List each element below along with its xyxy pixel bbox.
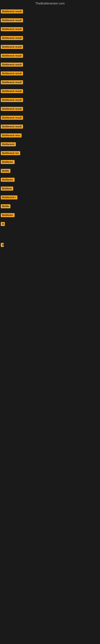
bottleneck-badge[interactable]: Bottleneck result	[1, 98, 23, 102]
list-item	[0, 258, 100, 262]
list-item: Bottleneck result	[0, 34, 100, 43]
bottleneck-badge[interactable]: Bottleneck result	[1, 18, 23, 22]
bottleneck-badge[interactable]: Bottleneck r	[1, 196, 17, 200]
list-item: B	[0, 220, 100, 229]
bottleneck-badge[interactable]: Bottleneck result	[1, 54, 23, 58]
bottleneck-badge[interactable]: Bottleneck result	[1, 36, 23, 40]
bottleneck-badge[interactable]: Bottleneck result	[1, 10, 23, 14]
items-list: Bottleneck resultBottleneck resultBottle…	[0, 8, 100, 262]
list-item: Bottlenec	[0, 211, 100, 220]
bottleneck-badge[interactable]: Bottleneck res	[1, 151, 20, 155]
list-item: Bottleneck result	[0, 122, 100, 132]
bottleneck-badge[interactable]: Bottleneck	[1, 142, 16, 146]
bottleneck-badge[interactable]: Bottleneck result	[1, 72, 23, 76]
bottleneck-badge[interactable]: Bottleneck resu	[1, 134, 22, 138]
bottleneck-badge[interactable]: Bottleneck result	[1, 27, 23, 31]
list-item: Bottleneck resu	[0, 132, 100, 140]
list-item	[0, 229, 100, 233]
list-item: Bottle	[0, 202, 100, 211]
list-item: Bottlenec	[0, 176, 100, 184]
bottleneck-badge[interactable]: B	[1, 243, 4, 247]
bottleneck-badge[interactable]: Bottlenec	[1, 178, 15, 182]
list-item: Bottlene	[0, 184, 100, 194]
list-item: Bottleneck result	[0, 105, 100, 114]
list-item: B	[0, 241, 100, 250]
list-item: Bottleneck result	[0, 96, 100, 105]
bottleneck-badge[interactable]: Bottlenec	[1, 160, 15, 164]
list-item: Bottleneck result	[0, 87, 100, 96]
list-item: Bottleneck result	[0, 16, 100, 25]
list-item: Bottleneck res	[0, 149, 100, 158]
list-item: Bottleneck	[0, 140, 100, 149]
list-item: Bottleneck result	[0, 43, 100, 52]
bottleneck-badge[interactable]: B	[1, 222, 5, 226]
list-item	[0, 254, 100, 258]
bottleneck-badge[interactable]: Bottleneck result	[1, 45, 23, 49]
list-item: Bottleneck result	[0, 60, 100, 70]
bottleneck-badge[interactable]: Bottleneck result	[1, 124, 23, 128]
bottleneck-badge[interactable]: Bottlene	[1, 186, 13, 190]
bottleneck-badge[interactable]: Bottleneck result	[1, 62, 23, 66]
bottleneck-badge[interactable]: Bottle	[1, 169, 10, 173]
bottleneck-badge[interactable]: Bottleneck result	[1, 89, 23, 93]
bottleneck-badge[interactable]: Bottleneck result	[1, 116, 23, 120]
list-item	[0, 250, 100, 254]
bottleneck-badge[interactable]: Bottleneck result	[1, 80, 23, 84]
bottleneck-badge[interactable]: Bottle	[1, 204, 10, 208]
list-item: Bottleneck result	[0, 52, 100, 60]
list-item: Bottle	[0, 167, 100, 176]
list-item: Bottlenec	[0, 158, 100, 167]
list-item	[0, 237, 100, 241]
list-item: Bottleneck result	[0, 78, 100, 87]
bottleneck-badge[interactable]: Bottlenec	[1, 213, 15, 217]
list-item: Bottleneck result	[0, 114, 100, 122]
list-item: Bottleneck result	[0, 25, 100, 34]
bottleneck-badge[interactable]: Bottleneck result	[1, 107, 23, 111]
list-item	[0, 233, 100, 237]
list-item: Bottleneck result	[0, 8, 100, 16]
site-header: TheBottlenecker.com	[0, 0, 100, 8]
list-item: Bottleneck result	[0, 70, 100, 78]
list-item: Bottleneck r	[0, 194, 100, 202]
